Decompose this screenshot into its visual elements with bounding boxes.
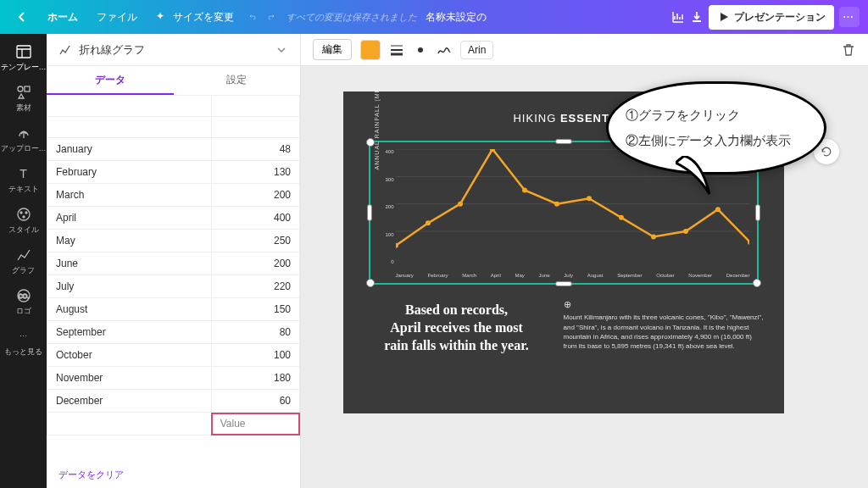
chart-icon[interactable] <box>671 10 685 24</box>
canvas-viewport[interactable]: ①グラフをクリック ②左側にデータ入力欄が表示 HIKING ESSENTI <box>301 66 868 488</box>
marker-icon[interactable] <box>413 42 428 58</box>
table-row[interactable]: May250 <box>47 230 300 252</box>
svg-point-4 <box>20 212 22 214</box>
rail-style[interactable]: スタイル <box>0 202 47 239</box>
table-row[interactable]: August150 <box>47 298 300 321</box>
annotation-bubble: ①グラフをクリック ②左側にデータ入力欄が表示 <box>606 81 826 175</box>
more-button[interactable]: ⋯ <box>839 7 860 27</box>
color-swatch[interactable] <box>360 40 381 60</box>
main-region: テンプレー… 素材 アップロー… Tテキスト スタイル グラフ CO.ロゴ ⋯も… <box>0 34 868 488</box>
bubble-line1: ①グラフをクリック <box>626 103 807 128</box>
undo-icon[interactable] <box>246 10 259 24</box>
table-row[interactable]: November180 <box>47 367 300 390</box>
line-weight-icon[interactable] <box>389 42 404 58</box>
ellipsis-icon: ⋯ <box>843 10 856 24</box>
table-row[interactable]: October100 <box>47 344 300 367</box>
download-icon[interactable] <box>690 10 704 24</box>
rail-label: グラフ <box>12 265 35 276</box>
graph-icon <box>15 247 32 263</box>
resize-handle[interactable] <box>366 138 375 147</box>
redo-icon[interactable] <box>264 10 278 24</box>
panel-title: 折れ線グラフ <box>79 42 268 58</box>
rail-logo[interactable]: CO.ロゴ <box>0 283 47 320</box>
svg-point-21 <box>586 196 591 201</box>
table-row[interactable]: July220 <box>47 275 300 298</box>
sparkle-icon: ✦ <box>156 10 170 24</box>
table-row[interactable]: April400 <box>47 207 300 230</box>
chevron-left-icon <box>15 10 29 24</box>
data-grid[interactable]: January48 February130 March200 April400 … <box>47 95 300 462</box>
rail-label: スタイル <box>8 225 39 236</box>
rail-label: アップロー… <box>1 143 47 154</box>
table-row[interactable] <box>47 117 300 138</box>
doc-title[interactable]: 名称未設定の <box>426 10 487 25</box>
table-row[interactable]: January48 <box>47 138 300 161</box>
svg-rect-2 <box>25 86 30 92</box>
slide-body-text: Mount Kilimanjaro with its three volcani… <box>564 313 764 351</box>
edit-button[interactable]: 編集 <box>313 39 352 60</box>
svg-point-16 <box>426 220 431 225</box>
top-right-group: プレゼンテーション ⋯ <box>671 5 860 30</box>
svg-point-5 <box>25 212 27 214</box>
canvas-area: 編集 Arin ①グラフをクリック ②左側にデータ入力欄が表示 HIKING E… <box>301 34 868 488</box>
month-cell[interactable]: January <box>47 138 212 161</box>
slide-headline: Based on records, April receives the mos… <box>364 302 550 354</box>
rail-label: テキスト <box>8 184 39 195</box>
resize-handle[interactable] <box>555 281 572 286</box>
present-button[interactable]: プレゼンテーション <box>709 5 834 30</box>
tab-data[interactable]: データ <box>47 66 174 95</box>
rail-label: ロゴ <box>16 306 31 317</box>
rail-label: 素材 <box>16 103 31 114</box>
info-icon: ⊕ <box>564 298 764 311</box>
table-header-row[interactable] <box>47 96 300 117</box>
back-button[interactable] <box>8 7 36 27</box>
home-button[interactable]: ホーム <box>41 7 85 28</box>
resize-button[interactable]: ✦サイズを変更 <box>149 7 241 28</box>
font-select[interactable]: Arin <box>460 41 493 59</box>
table-row[interactable]: December60 <box>47 390 300 413</box>
y-ticks: 400 300 200 100 0 <box>386 149 394 264</box>
resize-handle[interactable] <box>367 204 372 221</box>
rail-upload[interactable]: アップロー… <box>0 120 47 158</box>
table-row[interactable]: September80 <box>47 321 300 344</box>
smoothing-icon[interactable] <box>437 42 452 58</box>
rail-label: テンプレー… <box>1 62 47 73</box>
bubble-tail-icon <box>676 156 735 198</box>
clear-data-link[interactable]: データをクリア <box>47 462 300 488</box>
side-panel: 折れ線グラフ データ 設定 January48 February130 Marc… <box>47 34 301 488</box>
svg-text:CO.: CO. <box>18 293 29 299</box>
table-row[interactable]: March200 <box>47 184 300 207</box>
elements-icon <box>15 84 32 101</box>
text-icon: T <box>15 165 32 182</box>
resize-handle[interactable] <box>753 279 761 287</box>
table-row[interactable]: February130 <box>47 161 300 184</box>
rail-text[interactable]: Tテキスト <box>0 161 47 198</box>
rail-graph[interactable]: グラフ <box>0 242 47 280</box>
rail-more[interactable]: ⋯もっと見る <box>0 324 47 361</box>
value-cell[interactable]: 48 <box>211 138 299 161</box>
table-row[interactable]: Value <box>47 413 300 435</box>
svg-point-17 <box>458 202 463 207</box>
file-menu[interactable]: ファイル <box>90 7 144 28</box>
resize-handle[interactable] <box>555 139 572 144</box>
x-labels: JanuaryFebruaryMarchAprilMayJuneJulyAugu… <box>396 273 750 278</box>
rail-elements[interactable]: 素材 <box>0 80 47 117</box>
rail-template[interactable]: テンプレー… <box>0 39 47 76</box>
resize-handle[interactable] <box>755 204 760 221</box>
panel-header[interactable]: 折れ線グラフ <box>47 34 300 66</box>
svg-point-20 <box>554 202 559 207</box>
table-row[interactable]: June200 <box>47 252 300 275</box>
value-input-cell[interactable]: Value <box>211 413 299 435</box>
tab-settings[interactable]: 設定 <box>174 66 301 95</box>
svg-point-9 <box>418 47 423 53</box>
style-icon <box>15 206 32 223</box>
present-label: プレゼンテーション <box>734 10 826 25</box>
trash-icon[interactable] <box>841 42 856 58</box>
context-toolbar: 編集 Arin <box>301 34 868 66</box>
svg-point-22 <box>618 215 623 220</box>
y-axis-label: ANNUAL RAINFALL (MM) <box>374 92 380 169</box>
panel-tabs: データ 設定 <box>47 66 300 95</box>
resize-label: サイズを変更 <box>173 10 234 25</box>
resize-handle[interactable] <box>366 279 375 287</box>
template-icon <box>15 43 32 60</box>
